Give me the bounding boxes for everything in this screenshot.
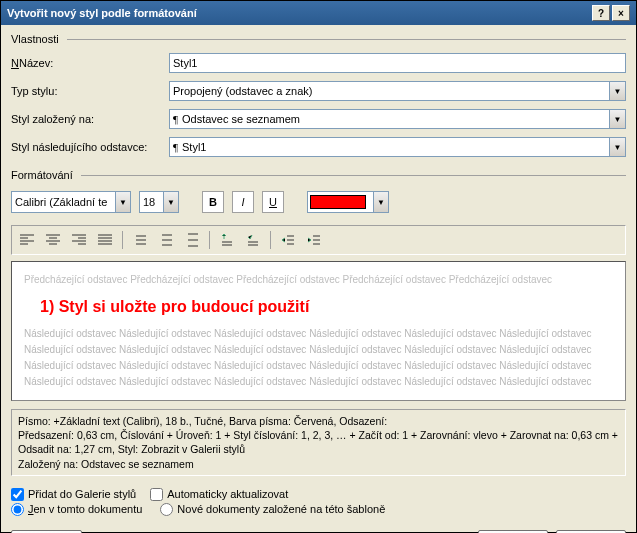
preview-pane: Předcházející odstavec Předcházející ods… [11,261,626,401]
space-before-inc-button[interactable] [215,229,239,251]
this-doc-radio[interactable]: Jen v tomto dokumentu [11,503,142,516]
space-before-dec-button[interactable] [241,229,265,251]
label-based-on: Styl založený na: [11,113,161,125]
new-docs-radio[interactable]: Nové dokumenty založené na této šabloně [160,503,385,516]
font-color-combo[interactable]: ▼ [307,191,389,213]
chevron-down-icon: ▼ [609,138,625,156]
section-formatting: Formátování [11,169,626,181]
paragraph-icon: ¶ [173,113,178,125]
based-on-select[interactable]: ¶Odstavec se seznamem ▼ [169,109,626,129]
paragraph-toolbar [11,225,626,255]
chevron-down-icon: ▼ [609,110,625,128]
align-right-button[interactable] [67,229,91,251]
align-justify-button[interactable] [93,229,117,251]
dialog: Vytvořit nový styl podle formátování ? ×… [0,0,637,533]
align-center-button[interactable] [41,229,65,251]
color-swatch [310,195,366,209]
align-left-button[interactable] [15,229,39,251]
style-description: Písmo: +Základní text (Calibri), 18 b., … [11,409,626,476]
chevron-down-icon: ▼ [115,192,130,212]
chevron-down-icon: ▼ [373,192,388,212]
underline-button[interactable]: U [262,191,284,213]
font-size-combo[interactable]: 18▼ [139,191,179,213]
add-gallery-checkbox[interactable]: Přidat do Galerie stylů [11,488,136,501]
bold-button[interactable]: B [202,191,224,213]
name-input[interactable] [169,53,626,73]
section-properties: Vlastnosti [11,33,626,45]
label-name: NNázev: [11,57,161,69]
titlebar: Vytvořit nový styl podle formátování ? × [1,1,636,25]
indent-increase-button[interactable] [302,229,326,251]
line-spacing-1-button[interactable] [128,229,152,251]
label-style-type: Typ stylu: [11,85,161,97]
line-spacing-15-button[interactable] [154,229,178,251]
style-type-select[interactable]: Propojený (odstavec a znak) ▼ [169,81,626,101]
indent-decrease-button[interactable] [276,229,300,251]
auto-update-checkbox[interactable]: Automaticky aktualizovat [150,488,288,501]
paragraph-icon: ¶ [173,141,178,153]
next-para-select[interactable]: ¶Styl1 ▼ [169,137,626,157]
label-next-para: Styl následujícího odstavce: [11,141,161,153]
line-spacing-2-button[interactable] [180,229,204,251]
italic-button[interactable]: I [232,191,254,213]
close-button[interactable]: × [612,5,630,21]
title-text: Vytvořit nový styl podle formátování [7,7,197,19]
help-button[interactable]: ? [592,5,610,21]
chevron-down-icon: ▼ [609,82,625,100]
preview-sample: 1) Styl si uložte pro budoucí použití [24,288,613,326]
chevron-down-icon: ▼ [163,192,178,212]
font-family-combo[interactable]: Calibri (Základní te▼ [11,191,131,213]
